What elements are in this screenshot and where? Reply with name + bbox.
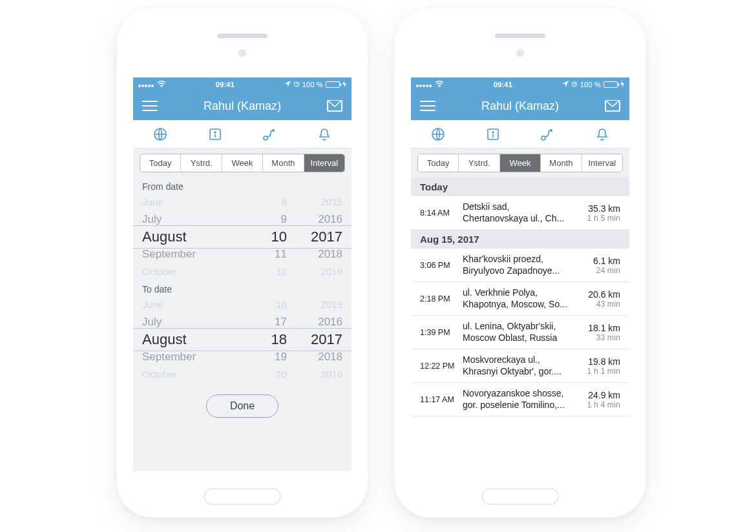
picker-year[interactable]: 2015: [287, 296, 342, 313]
trip-meta: 19.8 km1 h 1 min: [574, 356, 620, 376]
alarm-icon: [293, 81, 300, 88]
picker-year[interactable]: 2019: [287, 365, 342, 383]
tab-info[interactable]: [188, 120, 243, 148]
picker-day[interactable]: 12: [231, 263, 287, 280]
tab-bell[interactable]: [297, 120, 352, 148]
svg-point-7: [439, 86, 440, 87]
mail-button[interactable]: [605, 100, 620, 112]
trip-meta: 24.9 km1 h 4 min: [574, 390, 620, 409]
wifi-icon: [157, 81, 166, 88]
picker-day[interactable]: 8: [231, 193, 287, 210]
picker-month[interactable]: October: [142, 263, 231, 280]
picker-day[interactable]: 17: [231, 313, 287, 331]
to-date-label: To date: [133, 280, 352, 296]
home-button[interactable]: [204, 488, 281, 505]
section-header: Today: [411, 178, 629, 196]
picker-day[interactable]: 9: [231, 210, 287, 228]
done-button[interactable]: Done: [206, 394, 278, 418]
charging-icon: [342, 81, 346, 88]
trip-time: 8:14 AM: [420, 209, 457, 218]
picker-year-selected[interactable]: 2017: [287, 228, 342, 245]
trip-row[interactable]: 11:17 AMNovoryazanskoe shosse,gor. posel…: [411, 383, 629, 416]
trip-time: 3:06 PM: [420, 261, 457, 270]
wifi-icon: [435, 81, 444, 88]
picker-day[interactable]: 11: [231, 245, 287, 263]
to-date-picker[interactable]: June July August September October 16 17…: [133, 296, 352, 383]
trip-address: ul. Lenina, Oktyabr'skii,Moscow Oblast, …: [463, 321, 569, 343]
picker-year-selected[interactable]: 2017: [287, 331, 342, 348]
trip-address: Detskii sad,Chertanovskaya ul., Ch...: [463, 201, 569, 224]
page-title: Rahul (Kamaz): [204, 99, 281, 113]
svg-point-11: [492, 132, 494, 133]
trip-meta: 18.1 km33 min: [574, 323, 620, 342]
battery-text: 100 %: [302, 81, 323, 88]
mail-button[interactable]: [327, 100, 342, 112]
seg-ystrd[interactable]: Ystrd.: [459, 154, 499, 172]
seg-interval[interactable]: Interval: [582, 154, 622, 172]
svg-point-0: [161, 86, 162, 87]
seg-interval[interactable]: Interval: [304, 154, 344, 172]
phone-speaker: [217, 34, 268, 38]
status-time: 09:41: [169, 81, 282, 88]
picker-year[interactable]: 2018: [287, 348, 342, 365]
picker-month[interactable]: July: [142, 210, 231, 228]
picker-year[interactable]: 2016: [287, 313, 342, 331]
trip-row[interactable]: 2:18 PMul. Verkhnie Polya,Khapotnya, Mos…: [411, 282, 629, 316]
picker-month-selected[interactable]: August: [142, 228, 231, 245]
tab-route[interactable]: [242, 120, 297, 148]
phone-interval: 09:41 100 % Rahul (Kamaz): [116, 8, 368, 518]
trip-row[interactable]: 3:06 PMKhar'kovskii proezd,Biryulyovo Za…: [411, 249, 629, 282]
seg-week[interactable]: Week: [500, 154, 541, 172]
picker-year[interactable]: 2018: [287, 245, 342, 263]
picker-day-selected[interactable]: 18: [231, 331, 287, 348]
seg-ystrd[interactable]: Ystrd.: [181, 154, 222, 172]
tab-globe[interactable]: [133, 120, 188, 148]
trip-row[interactable]: 12:22 PMMoskvoreckaya ul.,Khrasnyi Oktya…: [411, 349, 629, 383]
picker-month[interactable]: June: [142, 193, 231, 210]
picker-month[interactable]: September: [142, 348, 231, 365]
tab-bell[interactable]: [575, 120, 630, 148]
picker-year[interactable]: 2019: [287, 263, 342, 280]
picker-month[interactable]: October: [142, 365, 231, 383]
from-date-picker[interactable]: June July August September October 8 9 1…: [133, 193, 352, 280]
page-title: Rahul (Kamaz): [481, 99, 559, 113]
tab-icons: [133, 120, 352, 148]
trip-time: 12:22 PM: [420, 362, 457, 371]
trip-row[interactable]: 8:14 AMDetskii sad,Chertanovskaya ul., C…: [411, 196, 629, 230]
picker-month[interactable]: September: [142, 245, 231, 263]
trip-list[interactable]: Today8:14 AMDetskii sad,Chertanovskaya u…: [411, 178, 629, 471]
trip-meta: 35.3 km1 h 5 min: [574, 203, 620, 223]
tab-globe[interactable]: [411, 120, 466, 148]
charging-icon: [620, 81, 624, 88]
home-button[interactable]: [481, 488, 559, 505]
picker-day-selected[interactable]: 10: [231, 228, 287, 245]
seg-month[interactable]: Month: [541, 154, 582, 172]
picker-year[interactable]: 2016: [287, 210, 342, 228]
phone-week: 09:41 100 % Rahul (Kamaz) Today Ystrd. W…: [394, 8, 646, 518]
picker-day[interactable]: 20: [231, 365, 287, 383]
picker-day[interactable]: 16: [231, 296, 287, 313]
segment-control: Today Ystrd. Week Month Interval: [417, 154, 623, 172]
seg-today[interactable]: Today: [140, 154, 181, 172]
tab-info[interactable]: [466, 120, 521, 148]
picker-day[interactable]: 19: [231, 348, 287, 365]
location-icon: [284, 81, 291, 88]
picker-month[interactable]: July: [142, 313, 231, 331]
menu-button[interactable]: [142, 101, 158, 111]
section-header: Aug 15, 2017: [411, 230, 629, 249]
trip-time: 2:18 PM: [420, 294, 457, 303]
phone-camera: [516, 49, 524, 57]
seg-today[interactable]: Today: [418, 154, 459, 172]
picker-month-selected[interactable]: August: [142, 331, 231, 348]
trip-time: 1:39 PM: [420, 328, 457, 337]
trip-row[interactable]: 1:39 PMul. Lenina, Oktyabr'skii,Moscow O…: [411, 316, 629, 349]
picker-month[interactable]: June: [142, 296, 231, 313]
seg-week[interactable]: Week: [222, 154, 263, 172]
tab-route[interactable]: [520, 120, 575, 148]
screen: 09:41 100 % Rahul (Kamaz) Today Ystrd. W…: [411, 77, 629, 471]
from-date-label: From date: [133, 178, 352, 193]
seg-month[interactable]: Month: [263, 154, 304, 172]
tab-icons: [411, 120, 629, 148]
menu-button[interactable]: [420, 101, 436, 111]
picker-year[interactable]: 2015: [287, 193, 342, 210]
